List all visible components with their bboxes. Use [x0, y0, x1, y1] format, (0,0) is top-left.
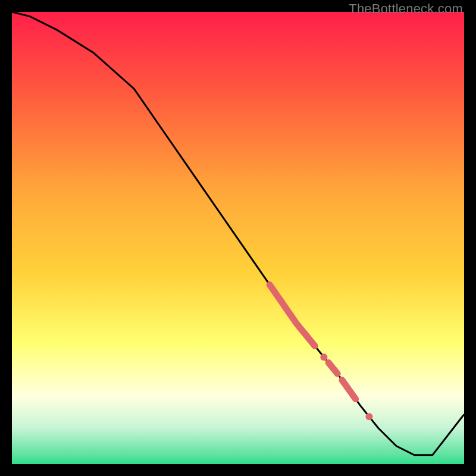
chart-svg — [12, 12, 464, 464]
highlight-segment — [328, 362, 337, 374]
highlight-segment — [270, 285, 315, 346]
highlight-segment — [342, 380, 356, 399]
highlight-point — [365, 413, 372, 420]
main-curve — [12, 12, 464, 455]
highlight-segments — [270, 285, 355, 399]
chart-container: TheBottleneck.com — [0, 0, 476, 476]
watermark-text: TheBottleneck.com — [349, 1, 463, 17]
plot-area — [12, 12, 464, 464]
highlight-point — [320, 353, 327, 361]
